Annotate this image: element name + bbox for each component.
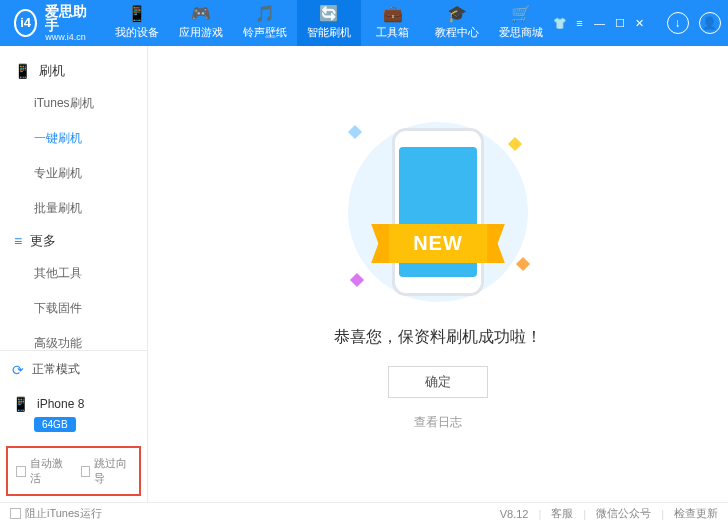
briefcase-icon: 💼 bbox=[383, 6, 403, 22]
game-icon: 🎮 bbox=[191, 6, 211, 22]
close-icon[interactable]: ✕ bbox=[633, 16, 647, 30]
storage-badge: 64GB bbox=[34, 417, 76, 432]
minimize-icon[interactable]: — bbox=[593, 16, 607, 30]
list-icon: ≡ bbox=[14, 233, 22, 249]
device-icon: 📱 bbox=[127, 6, 147, 22]
view-log-link[interactable]: 查看日志 bbox=[414, 414, 462, 431]
skip-guide-checkbox[interactable]: 跳过向导 bbox=[81, 456, 132, 486]
download-button[interactable]: ↓ bbox=[667, 12, 689, 34]
status-bar: 阻止iTunes运行 V8.12| 客服| 微信公众号| 检查更新 bbox=[0, 502, 728, 524]
sidebar: 📱刷机 iTunes刷机 一键刷机 专业刷机 批量刷机 ≡更多 其他工具 下载固… bbox=[0, 46, 148, 502]
device-icon: 📱 bbox=[12, 396, 29, 412]
sidebar-item-oneclick-flash[interactable]: 一键刷机 bbox=[34, 121, 147, 156]
nav-toolbox[interactable]: 💼工具箱 bbox=[361, 0, 425, 46]
window-controls: 👕 ≡ — ☐ ✕ bbox=[553, 16, 655, 30]
nav-tutorials[interactable]: 🎓教程中心 bbox=[425, 0, 489, 46]
nav-ringtone-wallpaper[interactable]: 🎵铃声壁纸 bbox=[233, 0, 297, 46]
main-content: NEW 恭喜您，保资料刷机成功啦！ 确定 查看日志 bbox=[148, 46, 728, 502]
brand-area: i4 爱思助手 www.i4.cn bbox=[0, 4, 105, 43]
cart-icon: 🛒 bbox=[511, 6, 531, 22]
ok-button[interactable]: 确定 bbox=[388, 366, 488, 398]
music-icon: 🎵 bbox=[255, 6, 275, 22]
new-ribbon: NEW bbox=[387, 224, 489, 263]
sidebar-group-more[interactable]: ≡更多 bbox=[0, 226, 147, 256]
brand-logo-icon: i4 bbox=[14, 9, 37, 37]
device-name: iPhone 8 bbox=[37, 397, 84, 411]
phone-illustration-icon bbox=[392, 128, 484, 296]
sidebar-item-advanced[interactable]: 高级功能 bbox=[34, 326, 147, 350]
block-itunes-checkbox[interactable]: 阻止iTunes运行 bbox=[10, 506, 102, 521]
checkbox-icon bbox=[10, 508, 21, 519]
sidebar-item-batch-flash[interactable]: 批量刷机 bbox=[34, 191, 147, 226]
menu-icon[interactable]: ≡ bbox=[573, 16, 587, 30]
device-panel[interactable]: 📱iPhone 8 64GB bbox=[0, 388, 147, 442]
nav-smart-flash[interactable]: 🔄智能刷机 bbox=[297, 0, 361, 46]
brand-domain: www.i4.cn bbox=[45, 32, 90, 43]
maximize-icon[interactable]: ☐ bbox=[613, 16, 627, 30]
user-button[interactable]: 👤 bbox=[699, 12, 721, 34]
auto-activate-checkbox[interactable]: 自动激活 bbox=[16, 456, 67, 486]
nav-apps-games[interactable]: 🎮应用游戏 bbox=[169, 0, 233, 46]
nav-store[interactable]: 🛒爱思商城 bbox=[489, 0, 553, 46]
phone-icon: 📱 bbox=[14, 63, 31, 79]
options-box: 自动激活 跳过向导 bbox=[6, 446, 141, 496]
nav-my-device[interactable]: 📱我的设备 bbox=[105, 0, 169, 46]
check-update-link[interactable]: 检查更新 bbox=[674, 506, 718, 521]
checkbox-icon bbox=[16, 466, 26, 477]
theme-icon[interactable]: 👕 bbox=[553, 16, 567, 30]
graduation-icon: 🎓 bbox=[447, 6, 467, 22]
wechat-link[interactable]: 微信公众号 bbox=[596, 506, 651, 521]
refresh-icon: 🔄 bbox=[319, 6, 339, 22]
sidebar-group-flash[interactable]: 📱刷机 bbox=[0, 56, 147, 86]
mode-indicator[interactable]: ⟳正常模式 bbox=[0, 351, 147, 388]
success-illustration: NEW bbox=[308, 117, 568, 307]
brand-name: 爱思助手 bbox=[45, 4, 90, 32]
mode-icon: ⟳ bbox=[12, 362, 24, 378]
sidebar-item-pro-flash[interactable]: 专业刷机 bbox=[34, 156, 147, 191]
version-label: V8.12 bbox=[500, 508, 529, 520]
top-nav: 📱我的设备 🎮应用游戏 🎵铃声壁纸 🔄智能刷机 💼工具箱 🎓教程中心 🛒爱思商城 bbox=[105, 0, 553, 46]
sidebar-item-download-firmware[interactable]: 下载固件 bbox=[34, 291, 147, 326]
support-link[interactable]: 客服 bbox=[551, 506, 573, 521]
success-message: 恭喜您，保资料刷机成功啦！ bbox=[334, 327, 542, 348]
title-bar: i4 爱思助手 www.i4.cn 📱我的设备 🎮应用游戏 🎵铃声壁纸 🔄智能刷… bbox=[0, 0, 728, 46]
checkbox-icon bbox=[81, 466, 91, 477]
sidebar-item-other-tools[interactable]: 其他工具 bbox=[34, 256, 147, 291]
right-controls: ↓ 👤 bbox=[655, 12, 728, 34]
sidebar-item-itunes-flash[interactable]: iTunes刷机 bbox=[34, 86, 147, 121]
